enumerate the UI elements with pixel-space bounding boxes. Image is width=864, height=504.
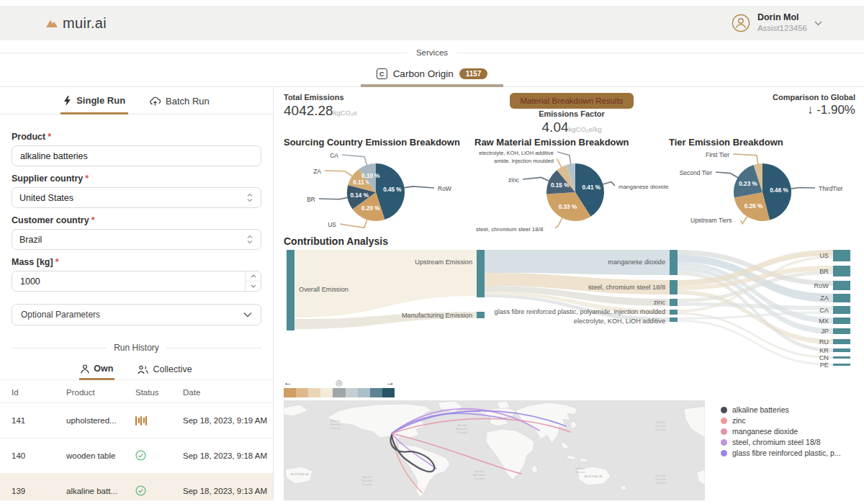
customer-country-select[interactable]: Brazil xyxy=(12,229,261,250)
pie-slice-percent: 0.41 % xyxy=(582,184,601,191)
pie-slice-label: RoW xyxy=(438,185,451,192)
sankey-node[interactable] xyxy=(477,312,485,318)
sankey-node[interactable] xyxy=(833,306,850,314)
sankey-node[interactable] xyxy=(833,281,850,290)
app-logo[interactable]: muir.ai xyxy=(45,15,107,32)
services-divider: Services xyxy=(0,48,864,57)
sankey-node[interactable] xyxy=(670,318,678,322)
sankey-node[interactable] xyxy=(670,280,678,294)
row-date: Sep 18, 2023, 9:13 AM xyxy=(183,482,273,501)
chevron-down-icon xyxy=(243,312,252,318)
sankey-node[interactable] xyxy=(670,250,678,275)
avatar-icon xyxy=(732,14,750,32)
tab-single-run[interactable]: Single Run xyxy=(60,87,128,114)
sankey-node[interactable] xyxy=(670,310,678,315)
sankey-node[interactable] xyxy=(833,339,850,344)
legend-dot-icon xyxy=(721,407,727,413)
scale-globe-icon[interactable]: ◎ xyxy=(336,378,343,387)
col-status: Status xyxy=(135,388,183,397)
legend-label: steel, chromium steel 18/8 xyxy=(732,437,821,448)
pie-leader-line xyxy=(603,181,615,186)
people-icon xyxy=(138,365,148,374)
scale-left-arrow-icon[interactable]: ← xyxy=(284,377,292,387)
sankey-node-label: US xyxy=(819,252,829,259)
user-menu[interactable]: Dorin Mol Assist123456 xyxy=(732,12,822,34)
tab-carbon-origin[interactable]: C Carbon Origin 1157 xyxy=(361,63,504,87)
sankey-node-label: RoW xyxy=(814,282,829,289)
run-history-rows: 141upholstered...Sep 18, 2023, 9:19 AM14… xyxy=(0,403,273,500)
status-success-icon xyxy=(135,485,183,498)
pie-slice-percent: 0.45 % xyxy=(383,186,402,193)
results-summary: Total Emissions 4042.28kgCO₂e Material B… xyxy=(284,93,860,135)
run-mode-tabs: Single Run Batch Run xyxy=(0,87,273,114)
services-label: Services xyxy=(416,48,448,57)
mass-stepper xyxy=(245,271,261,291)
collective-label: Collective xyxy=(153,364,192,374)
map-legend: alkaline batterieszincmanganese dioxides… xyxy=(721,400,841,500)
stepper-up-button[interactable] xyxy=(246,271,261,282)
sankey-node-label: glass fibre reinforced plastic, polyamid… xyxy=(495,308,665,315)
pie-slice-percent: 0.15 % xyxy=(551,182,570,189)
sankey-node-label: CA xyxy=(819,307,829,314)
pie-slice-percent: 0.20 % xyxy=(361,205,380,212)
map-ocean-label: SouthPacificOcean xyxy=(655,474,667,485)
optional-parameters-toggle[interactable]: Optional Parameters xyxy=(12,304,261,325)
table-row[interactable]: 141upholstered...Sep 18, 2023, 9:19 AM xyxy=(0,403,273,438)
emission-color-scale: ← ◎ → xyxy=(284,377,395,397)
tab-own[interactable]: Own xyxy=(79,359,114,380)
mass-input[interactable] xyxy=(12,271,261,292)
pie-leader-line xyxy=(716,172,738,178)
row-id: 139 xyxy=(12,487,66,495)
contribution-analysis-title: Contribution Analysis xyxy=(284,235,860,247)
sankey-node[interactable] xyxy=(833,356,850,359)
total-emissions-label: Total Emissions xyxy=(284,93,510,102)
color-swatch xyxy=(296,388,308,397)
sankey-node[interactable] xyxy=(287,250,294,330)
pie-slice-percent: 0.46 % xyxy=(770,187,788,194)
legend-label: zinc xyxy=(732,415,746,426)
trade-route-map[interactable]: NorthPacificOceanNorthAtlanticOceanSouth… xyxy=(284,400,705,500)
color-swatch xyxy=(370,388,382,397)
run-history-table: Id Product Status Date 141upholstered...… xyxy=(0,382,273,500)
sankey-node[interactable] xyxy=(833,328,850,334)
pie-slice-label: Second Tier xyxy=(680,169,713,176)
pie-slice-label: zinc xyxy=(508,176,519,184)
color-swatch xyxy=(320,388,333,397)
person-icon xyxy=(81,364,89,374)
color-scale-swatches xyxy=(284,388,395,397)
sankey-node-label: KR xyxy=(819,347,829,354)
sankey-node-label: MX xyxy=(819,318,829,325)
map-legend-item: zinc xyxy=(721,415,841,426)
sankey-node[interactable] xyxy=(670,299,678,306)
sankey-node[interactable] xyxy=(833,250,850,261)
sourcing-country-pie-chart[interactable]: 0.45 %RoW0.20 %US0.14 %BR0.11 %ZA0.10 %C… xyxy=(284,148,474,233)
status-success-icon xyxy=(135,450,183,462)
pie-slice-label: electrolyte, KOH, LiOH additive xyxy=(479,150,554,156)
sankey-node[interactable] xyxy=(833,364,850,366)
material-breakdown-button[interactable]: Material Breakdown Results xyxy=(510,93,633,109)
supplier-country-select[interactable]: United States xyxy=(12,187,261,208)
map-ocean-label: AUSTRALIA xyxy=(291,473,309,476)
tier-pie-chart[interactable]: 0.46 %ThirdTier0.26 %Upstream Tiers0.23 … xyxy=(669,148,860,233)
table-header: Id Product Status Date xyxy=(0,382,273,403)
stepper-down-button[interactable] xyxy=(246,282,261,291)
sankey-node[interactable] xyxy=(833,266,850,276)
sankey-node[interactable] xyxy=(477,250,485,297)
sankey-node[interactable] xyxy=(833,318,850,324)
table-row[interactable]: 139alkaline batt...Sep 18, 2023, 9:13 AM xyxy=(0,474,273,500)
required-marker: * xyxy=(48,132,51,142)
table-row[interactable]: 140wooden tableSep 18, 2023, 9:18 AM xyxy=(0,438,273,474)
contribution-sankey-chart[interactable]: Overall EmissionUpstream EmissionManufac… xyxy=(284,248,852,371)
sankey-node[interactable] xyxy=(833,348,850,352)
scale-right-arrow-icon[interactable]: → xyxy=(386,377,395,387)
row-product: wooden table xyxy=(66,451,135,460)
sankey-node-label: manganese dioxide xyxy=(608,258,665,266)
pie-slice-label: First Tier xyxy=(706,151,729,158)
product-input[interactable] xyxy=(12,145,261,166)
raw-material-pie-chart[interactable]: 0.41 %manganese dioxide0.33 %steel, chro… xyxy=(474,148,669,233)
tab-batch-run[interactable]: Batch Run xyxy=(147,87,212,114)
single-run-label: Single Run xyxy=(76,95,125,106)
sankey-node[interactable] xyxy=(833,294,850,302)
pie-slice-label: US xyxy=(328,221,336,228)
tab-collective[interactable]: Collective xyxy=(136,359,193,379)
